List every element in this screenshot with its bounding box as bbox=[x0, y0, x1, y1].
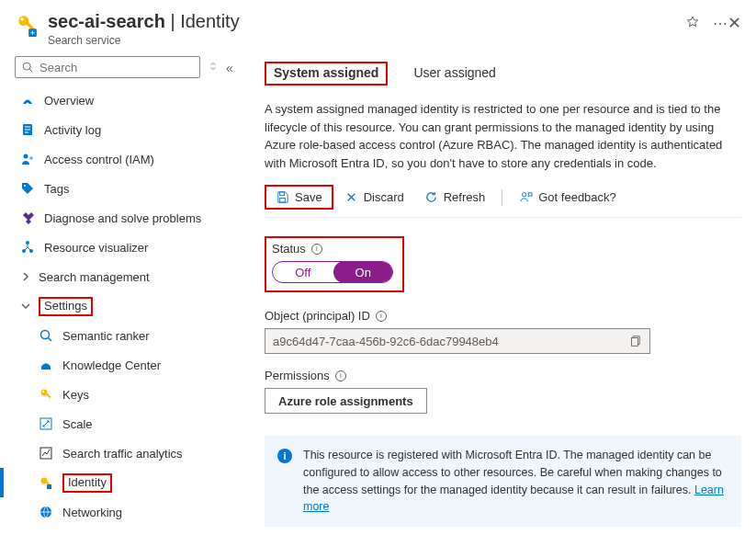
sidebar-item-scale[interactable]: Scale bbox=[15, 409, 237, 438]
diagnose-icon bbox=[20, 211, 35, 225]
info-banner-icon: i bbox=[277, 449, 292, 463]
status-toggle-off[interactable]: Off bbox=[273, 262, 333, 282]
info-banner: i This resource is registered with Micro… bbox=[265, 436, 741, 527]
tab-user-assigned[interactable]: User assigned bbox=[413, 62, 496, 85]
svg-rect-20 bbox=[46, 393, 51, 399]
favorite-star-icon[interactable] bbox=[685, 15, 700, 29]
svg-point-12 bbox=[29, 156, 33, 160]
status-toggle-on[interactable]: On bbox=[333, 261, 394, 283]
resource-key-icon bbox=[15, 13, 39, 37]
resource-visualizer-icon bbox=[20, 240, 35, 255]
sidebar-group-settings[interactable]: Settings bbox=[15, 291, 237, 321]
sidebar-item-tags[interactable]: Tags bbox=[15, 174, 237, 203]
svg-point-30 bbox=[523, 193, 526, 197]
sidebar-item-resource-visualizer[interactable]: Resource visualizer bbox=[15, 233, 237, 262]
collapse-sidebar-icon[interactable]: « bbox=[226, 61, 237, 74]
info-banner-text: This resource is registered with Microso… bbox=[303, 449, 722, 496]
page-subtitle: Search service bbox=[48, 34, 678, 47]
main-content: System assigned User assigned A system a… bbox=[237, 52, 756, 535]
svg-rect-29 bbox=[280, 198, 286, 202]
svg-point-13 bbox=[24, 185, 26, 187]
svg-rect-31 bbox=[632, 338, 638, 347]
tab-system-assigned[interactable]: System assigned bbox=[265, 62, 388, 85]
svg-point-2 bbox=[20, 17, 23, 20]
sidebar-item-overview[interactable]: Overview bbox=[15, 85, 237, 115]
refresh-button[interactable]: Refresh bbox=[415, 187, 495, 208]
info-icon[interactable]: i bbox=[311, 244, 322, 255]
object-id-label: Object (principal) IDi bbox=[265, 309, 741, 323]
sidebar-item-activity-log[interactable]: Activity log bbox=[15, 115, 237, 144]
search-icon bbox=[21, 61, 34, 74]
svg-point-14 bbox=[26, 241, 29, 245]
blade-header: sec-ai-search | Identity Search service … bbox=[0, 0, 756, 52]
chevron-down-icon bbox=[20, 301, 31, 312]
sidebar-group-search-management[interactable]: Search management bbox=[15, 262, 237, 291]
svg-point-11 bbox=[24, 154, 28, 159]
more-ellipsis-icon[interactable]: ⋯ bbox=[713, 15, 728, 29]
sidebar-item-diagnose[interactable]: Diagnose and solve problems bbox=[15, 203, 237, 233]
knowledge-center-icon bbox=[39, 358, 53, 372]
svg-point-17 bbox=[41, 331, 50, 339]
page-title: sec-ai-search | Identity bbox=[48, 11, 678, 32]
svg-point-21 bbox=[42, 391, 44, 393]
svg-rect-28 bbox=[280, 192, 285, 196]
svg-line-5 bbox=[29, 69, 32, 72]
identity-description: A system assigned managed identity is re… bbox=[265, 100, 741, 172]
save-icon bbox=[276, 190, 289, 204]
sidebar-item-networking[interactable]: Networking bbox=[15, 497, 237, 527]
command-bar: Save Discard Refresh Got feedback? bbox=[265, 185, 741, 218]
access-control-icon bbox=[20, 152, 35, 166]
chevron-right-icon bbox=[20, 271, 31, 282]
copy-icon bbox=[628, 335, 641, 347]
status-label: Statusi bbox=[272, 242, 393, 256]
expand-icon[interactable] bbox=[208, 61, 219, 74]
svg-point-24 bbox=[41, 478, 48, 484]
info-icon[interactable]: i bbox=[335, 370, 346, 381]
svg-point-19 bbox=[41, 390, 48, 396]
svg-point-6 bbox=[27, 103, 29, 106]
sidebar-search[interactable] bbox=[15, 56, 200, 78]
save-button[interactable]: Save bbox=[265, 185, 333, 210]
azure-role-assignments-button[interactable]: Azure role assignments bbox=[265, 388, 427, 414]
scale-icon bbox=[39, 416, 53, 431]
sidebar: « Overview Activity log Access control (… bbox=[0, 52, 237, 535]
sidebar-item-identity[interactable]: Identity bbox=[15, 468, 237, 497]
networking-icon bbox=[39, 505, 53, 519]
sidebar-search-input[interactable] bbox=[39, 61, 194, 74]
copy-object-id-button[interactable] bbox=[620, 335, 649, 347]
discard-button[interactable]: Discard bbox=[335, 187, 413, 208]
close-blade-icon[interactable]: ✕ bbox=[728, 13, 741, 33]
refresh-icon bbox=[424, 190, 438, 204]
sidebar-item-knowledge-center[interactable]: Knowledge Center bbox=[15, 350, 237, 380]
svg-line-18 bbox=[49, 338, 52, 342]
keys-icon bbox=[39, 387, 53, 402]
identity-tabs: System assigned User assigned bbox=[265, 62, 741, 85]
activity-log-icon bbox=[20, 122, 35, 137]
analytics-icon bbox=[39, 446, 53, 461]
info-icon[interactable]: i bbox=[376, 311, 387, 322]
svg-rect-26 bbox=[47, 484, 51, 489]
feedback-icon bbox=[519, 190, 533, 204]
tags-icon bbox=[20, 181, 35, 196]
object-id-value: a9c64d47-7caa-456b-92c6-6dac79948eb4 bbox=[265, 335, 620, 348]
sidebar-item-traffic-analytics[interactable]: Search traffic analytics bbox=[15, 438, 237, 468]
overview-icon bbox=[20, 93, 35, 108]
permissions-label: Permissionsi bbox=[265, 369, 741, 382]
status-toggle[interactable]: Off On bbox=[272, 261, 393, 283]
feedback-button[interactable]: Got feedback? bbox=[510, 187, 626, 208]
object-id-field: a9c64d47-7caa-456b-92c6-6dac79948eb4 bbox=[265, 328, 650, 354]
sidebar-item-semantic-ranker[interactable]: Semantic ranker bbox=[15, 321, 237, 350]
svg-point-4 bbox=[23, 63, 30, 70]
discard-icon bbox=[344, 190, 358, 204]
sidebar-item-access-control[interactable]: Access control (IAM) bbox=[15, 144, 237, 174]
sidebar-item-keys[interactable]: Keys bbox=[15, 380, 237, 409]
identity-icon bbox=[39, 475, 53, 490]
semantic-ranker-icon bbox=[39, 328, 53, 343]
